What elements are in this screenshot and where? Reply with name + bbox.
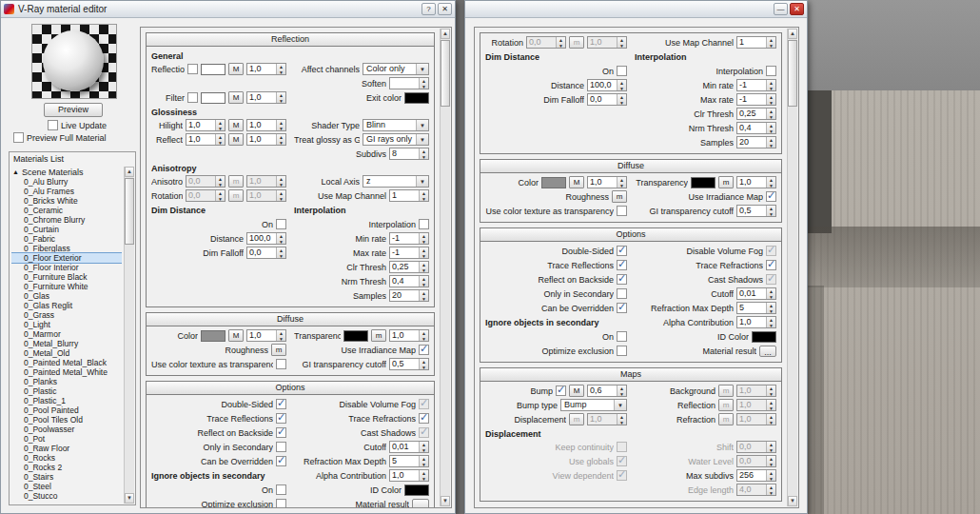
list-item[interactable]: 0_Rocks: [11, 453, 122, 463]
samples-spinner[interactable]: 20: [736, 136, 776, 148]
spinner-arrows[interactable]: [215, 120, 225, 130]
list-item[interactable]: 0_Glas: [11, 291, 122, 301]
scroll-up-button[interactable]: ▲: [441, 29, 450, 39]
list-item[interactable]: 0_Furniture Black: [11, 272, 122, 282]
anisotropy-spinner[interactable]: 0,0: [186, 175, 225, 188]
refraction-max-depth-spinner[interactable]: 5: [736, 302, 776, 314]
hilight-map-button[interactable]: M: [228, 119, 244, 131]
spinner-arrows[interactable]: [419, 78, 428, 89]
list-item[interactable]: 0_Plastic_1: [11, 396, 122, 405]
transparency-map-button[interactable]: m: [718, 176, 734, 188]
list-item[interactable]: 0_Poolwasser: [11, 425, 122, 434]
spinner-arrows[interactable]: [766, 123, 775, 133]
spinner-arrows[interactable]: [419, 456, 428, 466]
reflect-on-backside-checkbox[interactable]: [617, 274, 627, 285]
bump-mult-spinner[interactable]: 0,6: [587, 385, 627, 397]
parameters-scrollbar[interactable]: ▲ ▼: [787, 29, 797, 506]
diffuse-color-swatch[interactable]: [201, 330, 225, 342]
samples-spinner[interactable]: 20: [389, 289, 429, 302]
preview-button[interactable]: Preview: [44, 103, 103, 117]
treat-glossy-dropdown[interactable]: GI rays only: [363, 133, 429, 146]
list-item[interactable]: 0_Alu Frames: [11, 187, 122, 196]
only-in-secondary-checkbox[interactable]: [617, 288, 627, 299]
use-map-channel-spinner[interactable]: 1: [389, 189, 429, 202]
hilight-spinner[interactable]: 1,0: [186, 119, 225, 131]
spinner-arrows[interactable]: [276, 134, 285, 145]
transparency-swatch[interactable]: [343, 330, 368, 342]
spinner-arrows[interactable]: [276, 92, 285, 103]
dim-falloff-spinner[interactable]: 0,0: [246, 247, 286, 259]
rotation-spinner[interactable]: 0,0: [526, 36, 566, 49]
titlebar[interactable]: V-Ray material editor ? ✕: [1, 1, 455, 18]
spinner-arrows[interactable]: [276, 247, 285, 258]
list-item[interactable]: 0_Pot: [11, 434, 122, 444]
cutoff-spinner[interactable]: 0,01: [389, 441, 429, 453]
spinner-arrows[interactable]: [276, 64, 285, 74]
filter-map-button[interactable]: M: [228, 91, 244, 104]
use-map-channel-spinner[interactable]: 1: [736, 36, 776, 49]
edge-length-spinner[interactable]: 4,0: [736, 484, 776, 496]
help-button[interactable]: ?: [421, 3, 436, 15]
gi-cutoff-spinner[interactable]: 0,5: [736, 205, 776, 217]
spinner-arrows[interactable]: [419, 233, 428, 244]
distance-spinner[interactable]: 100,0: [246, 232, 286, 245]
spinner-arrows[interactable]: [766, 317, 775, 327]
rotation-spinner[interactable]: 0,0: [186, 189, 225, 202]
min-rate-spinner[interactable]: -1: [389, 232, 429, 245]
spinner-arrows[interactable]: [419, 148, 428, 159]
spinner-arrows[interactable]: [419, 290, 428, 301]
list-item[interactable]: 0_Chrome Blurry: [11, 215, 122, 225]
list-item[interactable]: 0_Floor Interior: [11, 263, 122, 272]
rotation-map-button[interactable]: m: [228, 189, 244, 202]
list-item[interactable]: 0_Steel: [11, 482, 122, 491]
trace-refractions-checkbox[interactable]: [766, 260, 776, 270]
dim-falloff-spinner[interactable]: 0,0: [587, 93, 627, 106]
list-item[interactable]: 0_Pool Painted: [11, 405, 122, 415]
trace-refractions-checkbox[interactable]: [419, 413, 429, 424]
dim-on-checkbox[interactable]: [276, 219, 286, 229]
spinner-arrows[interactable]: [766, 303, 775, 313]
rotation-mult-spinner[interactable]: 1,0: [246, 189, 286, 202]
filter-checkbox[interactable]: [187, 92, 198, 103]
ignore-on-checkbox[interactable]: [617, 331, 627, 342]
spinner-arrows[interactable]: [766, 400, 775, 410]
max-rate-spinner[interactable]: -1: [389, 247, 429, 259]
transparency-map-button[interactable]: m: [371, 329, 386, 342]
list-item[interactable]: 0_Curtain: [11, 225, 122, 234]
spinner-arrows[interactable]: [276, 190, 285, 201]
list-item[interactable]: 0_Painted Metal_Black: [11, 358, 122, 367]
diffuse-color-swatch[interactable]: [541, 177, 566, 188]
minimize-button[interactable]: —: [774, 3, 788, 15]
spinner-arrows[interactable]: [766, 177, 775, 188]
list-item[interactable]: 0_Furniture White: [11, 282, 122, 291]
list-item[interactable]: 0_Fiberglass: [11, 244, 122, 253]
rotation-mult-spinner[interactable]: 1,0: [587, 36, 627, 49]
scroll-down-button[interactable]: ▼: [441, 496, 450, 506]
reflect-map-button[interactable]: M: [228, 133, 244, 146]
spinner-arrows[interactable]: [276, 233, 285, 244]
rotation-map-button[interactable]: m: [569, 36, 584, 49]
list-item[interactable]: 0_Ceramic: [11, 206, 122, 215]
only-in-secondary-checkbox[interactable]: [276, 442, 286, 452]
cutoff-spinner[interactable]: 0,01: [736, 287, 776, 300]
scroll-down-button[interactable]: ▼: [788, 496, 797, 506]
tree-expander-icon[interactable]: ▲: [12, 168, 19, 177]
interpolation-checkbox[interactable]: [766, 66, 776, 76]
reflect-mult-spinner[interactable]: 1,0: [246, 133, 286, 146]
close-button[interactable]: ✕: [438, 3, 452, 15]
transparency-mult-spinner[interactable]: 1,0: [389, 329, 429, 342]
refraction-mult-spinner[interactable]: 1,0: [736, 413, 776, 425]
list-item[interactable]: 0_Stairs: [11, 472, 122, 482]
spinner-arrows[interactable]: [419, 190, 428, 201]
roughness-map-button[interactable]: m: [271, 344, 286, 356]
list-item[interactable]: 0_Planks: [11, 377, 122, 386]
distance-spinner[interactable]: 100,0: [587, 79, 627, 91]
can-be-overridden-checkbox[interactable]: [276, 456, 286, 466]
displacement-map-button[interactable]: m: [569, 413, 584, 425]
list-item[interactable]: 0_Painted Metal_White: [11, 367, 122, 377]
use-globals-checkbox[interactable]: [617, 456, 627, 466]
scrollbar-thumb[interactable]: [441, 40, 450, 107]
interpolation-checkbox[interactable]: [419, 219, 429, 229]
diffuse-mult-spinner[interactable]: 1,0: [246, 329, 286, 342]
min-rate-spinner[interactable]: -1: [736, 79, 776, 91]
